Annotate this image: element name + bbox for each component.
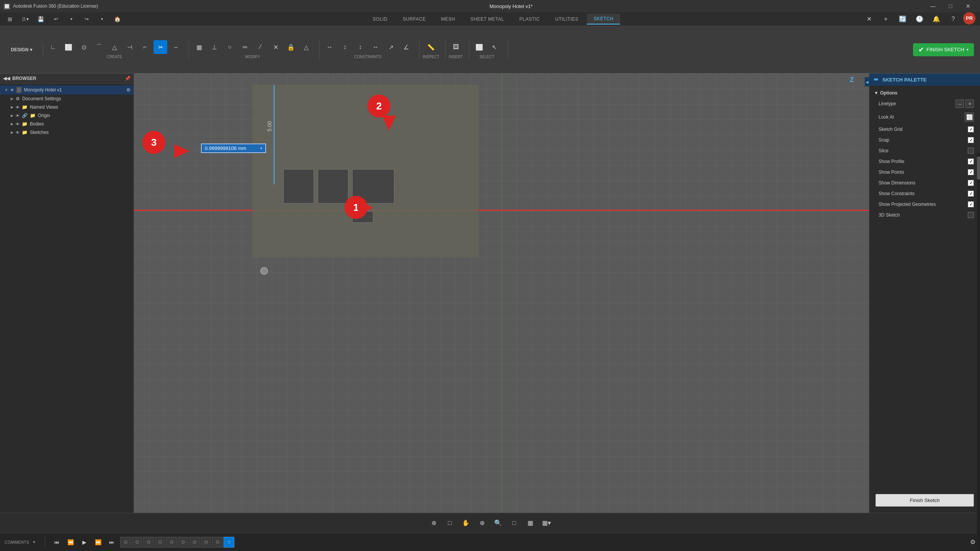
browser-eye-icon[interactable]: 👁 xyxy=(10,88,14,92)
add-comment-button[interactable]: + xyxy=(33,539,36,545)
grid-button[interactable]: ▦ xyxy=(523,516,537,530)
view-home-button[interactable]: □ xyxy=(443,516,457,530)
undo-button[interactable]: ↩ xyxy=(49,12,63,26)
frame-6[interactable]: ⬡ xyxy=(178,537,188,548)
show-constraints-checkbox[interactable] xyxy=(968,191,974,197)
skip-start-button[interactable]: ⏮ xyxy=(51,537,62,548)
show-profile-checkbox[interactable] xyxy=(968,158,974,165)
browser-collapse-icon[interactable]: ◀◀ xyxy=(3,76,10,81)
frame-8[interactable]: ⬡ xyxy=(201,537,211,548)
skip-end-button[interactable]: ⏭ xyxy=(106,537,117,548)
grid-apps-button[interactable]: ⊞ xyxy=(3,12,17,26)
redo-dropdown[interactable]: ▾ xyxy=(95,12,109,26)
user-avatar[interactable]: PR xyxy=(963,12,975,24)
frame-4[interactable]: ⬡ xyxy=(155,537,165,548)
palette-scrollbar[interactable] xyxy=(977,153,980,551)
frame-3[interactable]: ⬡ xyxy=(143,537,154,548)
scroll-thumb[interactable] xyxy=(977,156,980,179)
undo-dropdown[interactable]: ▾ xyxy=(64,12,78,26)
new-button[interactable]: 🗋▾ xyxy=(18,12,32,26)
tab-sheet-metal[interactable]: SHEET METAL xyxy=(464,14,511,24)
h-line-tool[interactable]: ⊣ xyxy=(123,40,137,54)
play-button[interactable]: ▶ xyxy=(79,537,90,548)
dim-tool[interactable]: ↔ xyxy=(323,40,336,54)
maximize-button[interactable]: □ xyxy=(942,0,959,12)
show-points-checkbox[interactable] xyxy=(968,169,974,175)
browser-eye-icon2[interactable]: 👁 xyxy=(16,105,20,109)
tab-surface[interactable]: SURFACE xyxy=(396,14,433,24)
palette-row-show-points[interactable]: Show Points xyxy=(869,167,980,178)
browser-item-doc-settings[interactable]: ▶ ⚙ Document Settings xyxy=(0,95,134,103)
arc-tool[interactable]: ⌒ xyxy=(92,40,106,54)
save-button[interactable]: 💾 xyxy=(34,12,47,26)
new-tab-button[interactable]: + xyxy=(879,12,893,26)
view-options-button[interactable]: ▦▾ xyxy=(539,516,553,530)
frame-9[interactable]: ⬡ xyxy=(212,537,223,548)
palette-row-sketch-grid[interactable]: Sketch Grid xyxy=(869,124,980,135)
view-mode-button[interactable]: □ xyxy=(507,516,521,530)
dim4-tool[interactable]: ↔ xyxy=(369,40,382,54)
inspect-tool[interactable]: 📏 xyxy=(424,40,438,54)
select-tool[interactable]: ⬜ xyxy=(472,40,486,54)
design-dropdown[interactable]: DESIGN ▾ xyxy=(6,43,37,57)
dimension-input[interactable]: 0.9999999106 mm ▾ xyxy=(201,143,266,153)
browser-item-doc[interactable]: ▼ 👁 □ Monopoly Hotel v1 ⚙ xyxy=(0,85,134,95)
frame-7[interactable]: ⬡ xyxy=(189,537,200,548)
hatch-tool[interactable]: ▦ xyxy=(192,40,206,54)
palette-row-show-profile[interactable]: Show Profile xyxy=(869,156,980,167)
history-button[interactable]: 🕐 xyxy=(913,12,926,26)
options-title[interactable]: ▼ Options xyxy=(869,89,980,97)
tab-mesh[interactable]: MESH xyxy=(434,14,462,24)
dim6-tool[interactable]: ∠ xyxy=(399,40,413,54)
sketch-grid-checkbox[interactable] xyxy=(968,126,974,132)
frame-5[interactable]: ⬡ xyxy=(166,537,177,548)
linetype-icon-1[interactable]: — xyxy=(956,99,964,108)
select-cursor[interactable]: ↖ xyxy=(488,40,501,54)
dim2-tool[interactable]: ↕ xyxy=(338,40,352,54)
circle-tool[interactable]: ⊙ xyxy=(77,40,91,54)
x-tool[interactable]: ✕ xyxy=(269,40,283,54)
browser-item-origin[interactable]: ▶ 👁 🔗 📁 Origin xyxy=(0,111,134,120)
slice-checkbox[interactable] xyxy=(968,148,974,154)
equal-tool[interactable]: ═ xyxy=(238,40,252,54)
palette-row-3d-sketch[interactable]: 3D Sketch xyxy=(869,210,980,220)
browser-eye-icon4[interactable]: 👁 xyxy=(16,122,20,126)
zoom-button[interactable]: 🔍 xyxy=(491,516,505,530)
redo-button[interactable]: ↪ xyxy=(80,12,93,26)
tab-solid[interactable]: SOLID xyxy=(366,14,395,24)
frame-10[interactable]: ⬡ xyxy=(224,537,234,548)
rect-tool[interactable]: ⬜ xyxy=(62,40,75,54)
browser-eye-icon5[interactable]: 👁 xyxy=(16,130,20,135)
sync-button[interactable]: 🔄 xyxy=(896,12,910,26)
trim-tool[interactable]: ✂ xyxy=(154,40,167,54)
frame-1[interactable]: ⬡ xyxy=(120,537,131,548)
tab-utilities[interactable]: UTILITIES xyxy=(548,14,585,24)
browser-item-named-views[interactable]: ▶ 👁 📁 Named Views xyxy=(0,103,134,111)
frame-2[interactable]: ⬡ xyxy=(132,537,142,548)
help-button[interactable]: ? xyxy=(946,12,960,26)
browser-settings-icon[interactable]: ⚙ xyxy=(126,87,131,93)
spline-tool[interactable]: ⌣ xyxy=(169,40,183,54)
linetype-icon-2[interactable]: ⚙ xyxy=(965,99,974,108)
palette-row-show-dimensions[interactable]: Show Dimensions xyxy=(869,178,980,188)
poly-tool[interactable]: △ xyxy=(299,40,313,54)
close-button[interactable]: ✕ xyxy=(959,0,977,12)
canvas[interactable]: 1.20 5.00 0.9999999106 mm ▾ 3 2 1 xyxy=(134,73,869,513)
orbit-button[interactable]: ⊕ xyxy=(475,516,489,530)
lock-tool[interactable]: 🔒 xyxy=(284,40,298,54)
settings-cog-icon[interactable]: ⚙ xyxy=(970,538,975,546)
insert-tool[interactable]: 🖼 xyxy=(449,40,463,54)
palette-row-slice[interactable]: Slice xyxy=(869,145,980,156)
lookat-button[interactable]: ⬜ xyxy=(965,112,974,122)
tab-plastic[interactable]: PLASTIC xyxy=(513,14,547,24)
show-dimensions-checkbox[interactable] xyxy=(968,180,974,186)
browser-pin-icon[interactable]: 📌 xyxy=(125,76,131,81)
line-tool[interactable]: ∟ xyxy=(46,40,60,54)
view-cube-button[interactable]: ⊕ xyxy=(427,516,441,530)
perp-tool[interactable]: ⊥ xyxy=(207,40,221,54)
step-forward-button[interactable]: ⏩ xyxy=(93,537,103,548)
palette-row-show-constraints[interactable]: Show Constraints xyxy=(869,188,980,199)
tab-close-button[interactable]: ✕ xyxy=(862,12,876,26)
snap-checkbox[interactable] xyxy=(968,137,974,143)
tab-sketch[interactable]: SKETCH xyxy=(587,14,621,24)
